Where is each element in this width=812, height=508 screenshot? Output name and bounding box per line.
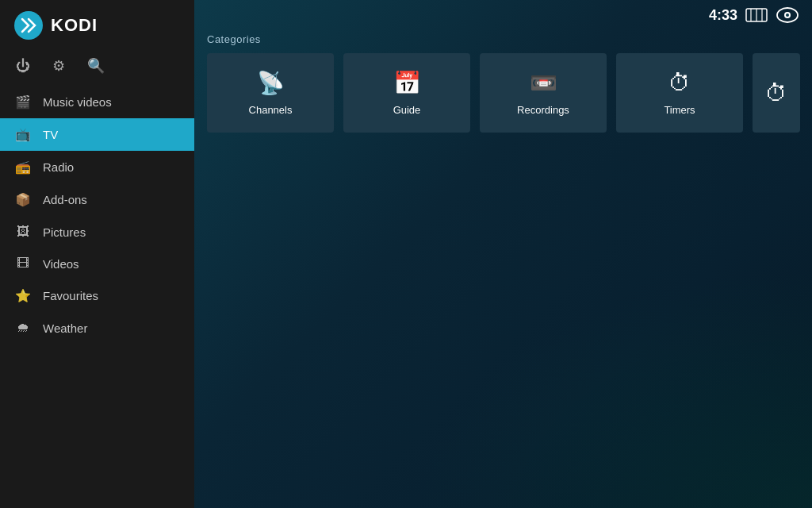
sidebar-item-label-weather: Weather <box>43 321 87 335</box>
toolbar: ⏻ ⚙ 🔍 <box>0 51 194 86</box>
visibility-icon <box>776 6 799 24</box>
recordings-card-label: Recordings <box>517 104 569 116</box>
search-icon[interactable]: 🔍 <box>87 57 105 75</box>
pictures-icon: 🖼 <box>14 225 32 239</box>
timers-card-icon: ⏱ <box>668 70 691 96</box>
nav-list: 🎬Music videos📺TV📻Radio📦Add-ons🖼Pictures🎞… <box>0 86 194 508</box>
favourites-icon: ⭐ <box>14 288 32 303</box>
categories-row: 📡Channels📅Guide📼Recordings⏱Timers⏱ <box>194 53 812 133</box>
svg-point-7 <box>786 13 789 17</box>
category-card-guide[interactable]: 📅Guide <box>343 53 470 133</box>
sidebar-item-tv[interactable]: 📺TV <box>0 118 194 151</box>
sidebar-item-label-radio: Radio <box>43 160 74 174</box>
sidebar: KODI ⏻ ⚙ 🔍 🎬Music videos📺TV📻Radio📦Add-on… <box>0 0 194 508</box>
music-videos-icon: 🎬 <box>14 94 32 110</box>
videos-icon: 🎞 <box>14 256 32 271</box>
category-card-timers[interactable]: ⏱Timers <box>616 53 743 133</box>
add-ons-icon: 📦 <box>14 192 32 207</box>
sidebar-item-radio[interactable]: 📻Radio <box>0 151 194 183</box>
sidebar-item-weather[interactable]: 🌧Weather <box>0 312 194 344</box>
timers2-card-icon: ⏱ <box>765 80 787 106</box>
logo-area: KODI <box>0 0 194 51</box>
clock-area: 4:33 <box>709 6 799 24</box>
guide-card-label: Guide <box>393 104 421 116</box>
sidebar-item-music-videos[interactable]: 🎬Music videos <box>0 86 194 118</box>
settings-icon[interactable]: ⚙ <box>52 57 65 75</box>
app-title: KODI <box>51 15 98 36</box>
sidebar-item-pictures[interactable]: 🖼Pictures <box>0 216 194 248</box>
sidebar-item-favourites[interactable]: ⭐Favourites <box>0 279 194 312</box>
timers-card-label: Timers <box>664 104 695 116</box>
mtm-icon <box>745 6 768 24</box>
tv-icon: 📺 <box>14 127 32 142</box>
sidebar-item-label-videos: Videos <box>43 257 79 271</box>
sidebar-item-add-ons[interactable]: 📦Add-ons <box>0 183 194 216</box>
sidebar-item-videos[interactable]: 🎞Videos <box>0 248 194 279</box>
guide-card-icon: 📅 <box>393 70 421 96</box>
main-content: 4:33 Categories 📡Channels📅Guide📼Recordin… <box>194 0 812 508</box>
header-bar: 4:33 <box>194 0 812 30</box>
sidebar-item-label-add-ons: Add-ons <box>43 193 87 206</box>
clock-display: 4:33 <box>709 7 737 24</box>
kodi-logo-icon <box>14 11 43 40</box>
sidebar-item-label-music-videos: Music videos <box>43 95 112 109</box>
category-card-recordings[interactable]: 📼Recordings <box>480 53 607 133</box>
radio-icon: 📻 <box>14 160 32 175</box>
recordings-card-icon: 📼 <box>530 70 557 96</box>
power-icon[interactable]: ⏻ <box>16 58 30 75</box>
sidebar-item-label-tv: TV <box>43 128 58 141</box>
weather-icon: 🌧 <box>14 321 32 335</box>
category-card-channels[interactable]: 📡Channels <box>207 53 334 133</box>
category-card-timers2[interactable]: ⏱ <box>753 53 800 133</box>
sidebar-item-label-pictures: Pictures <box>43 225 86 239</box>
sidebar-item-label-favourites: Favourites <box>43 289 98 302</box>
channels-card-label: Channels <box>249 104 293 116</box>
channels-card-icon: 📡 <box>257 70 285 96</box>
categories-label: Categories <box>194 30 812 53</box>
